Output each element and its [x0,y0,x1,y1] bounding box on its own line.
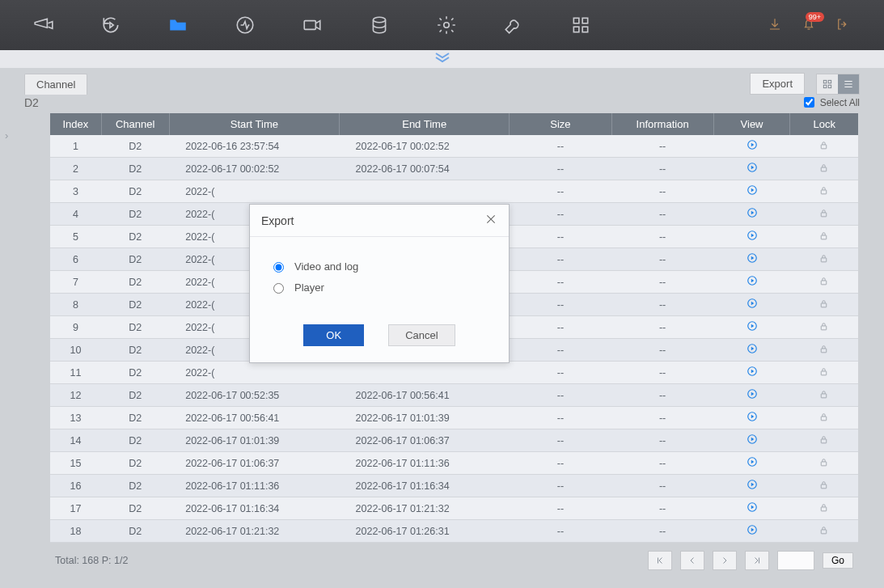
total-label: Total: 168 P: 1/2 [55,555,128,566]
play-icon[interactable] [747,252,758,266]
lock-icon[interactable] [818,391,829,402]
play-icon[interactable] [747,184,758,198]
col-end-time: End Time [340,113,510,135]
play-icon[interactable] [747,207,758,221]
close-icon[interactable] [484,213,497,228]
table-row[interactable]: 18D22022-06-17 01:21:322022-06-17 01:26:… [50,520,858,543]
view-toggle [816,74,860,95]
dialog-title: Export [261,214,294,227]
svg-rect-47 [822,529,827,533]
svg-rect-19 [822,212,827,216]
lock-icon[interactable] [818,323,829,334]
main-toolbar: 99+ [0,0,884,50]
lock-icon[interactable] [818,481,829,493]
svg-rect-27 [822,302,827,307]
play-icon[interactable] [747,230,758,243]
export-option-video-log[interactable]: Video and log [269,260,489,273]
play-icon[interactable] [747,434,758,447]
play-icon[interactable] [747,366,758,379]
export-option-player[interactable]: Player [269,281,489,294]
cancel-button[interactable]: Cancel [388,324,455,346]
grid-view-icon[interactable] [817,74,838,94]
lock-icon[interactable] [818,504,829,515]
table-row[interactable]: 2D22022-06-17 00:02:522022-06-17 00:07:5… [50,158,858,180]
channel-name-label: D2 [24,96,39,109]
play-icon[interactable] [747,388,758,402]
svg-rect-4 [573,18,579,23]
svg-rect-17 [822,189,827,193]
play-icon[interactable] [747,456,758,470]
lock-icon[interactable] [818,436,829,447]
last-page-button[interactable] [745,551,769,570]
table-row[interactable]: 3D22022-(---- [50,180,858,203]
list-view-icon[interactable] [838,74,859,94]
lock-icon[interactable] [818,209,829,221]
database-icon[interactable] [368,14,391,36]
table-row[interactable]: 13D22022-06-17 00:56:412022-06-17 01:01:… [50,407,858,429]
play-icon[interactable] [747,139,758,153]
lock-icon[interactable] [818,459,829,470]
play-icon[interactable] [747,162,758,176]
table-row[interactable]: 16D22022-06-17 01:11:362022-06-17 01:16:… [50,475,858,497]
lock-icon[interactable] [818,300,829,311]
sidebar-expand-handle[interactable]: › [5,129,15,149]
next-page-button[interactable] [713,551,737,570]
table-row[interactable]: 11D22022-(---- [50,362,858,384]
play-icon[interactable] [747,298,758,311]
lock-icon[interactable] [818,527,829,538]
lock-icon[interactable] [818,255,829,266]
health-icon[interactable] [234,14,256,36]
table-row[interactable]: 12D22022-06-17 00:52:352022-06-17 00:56:… [50,384,858,407]
select-all-checkbox[interactable]: Select All [801,95,860,110]
play-icon[interactable] [747,501,758,515]
table-footer: Total: 168 P: 1/2 Go [50,548,858,573]
playback-icon[interactable] [99,14,122,36]
table-row[interactable]: 17D22022-06-17 01:16:342022-06-17 01:21:… [50,497,858,520]
play-icon[interactable] [747,343,758,357]
prev-page-button[interactable] [680,551,704,570]
first-page-button[interactable] [648,551,672,570]
play-icon[interactable] [747,275,758,289]
svg-rect-41 [822,461,827,465]
svg-rect-43 [822,484,827,488]
alarm-bell-icon[interactable]: 99+ [802,17,818,33]
svg-rect-11 [828,85,831,88]
expand-chevron[interactable] [0,50,884,68]
lock-icon[interactable] [818,164,829,176]
download-icon[interactable] [768,17,784,33]
export-button[interactable]: Export [750,73,805,95]
folder-icon[interactable] [167,14,189,36]
camera-icon[interactable] [32,14,55,36]
settings-gear-icon[interactable] [435,14,458,36]
svg-rect-13 [822,144,827,148]
play-icon[interactable] [747,479,758,493]
record-icon[interactable] [301,14,324,36]
play-icon[interactable] [747,320,758,334]
lock-icon[interactable] [818,368,829,379]
apps-grid-icon[interactable] [569,14,592,36]
svg-rect-23 [822,257,827,261]
lock-icon[interactable] [818,277,829,289]
svg-rect-15 [822,167,827,171]
lock-icon[interactable] [818,232,829,243]
table-row[interactable]: 15D22022-06-17 01:06:372022-06-17 01:11:… [50,452,858,475]
go-button[interactable]: Go [823,552,853,569]
lock-icon[interactable] [818,345,829,357]
table-row[interactable]: 14D22022-06-17 01:01:392022-06-17 01:06:… [50,429,858,452]
ok-button[interactable]: OK [303,324,364,346]
channel-tab[interactable]: Channel [24,74,87,95]
page-input[interactable] [777,551,814,570]
play-icon[interactable] [747,411,758,425]
svg-rect-33 [822,370,827,374]
svg-rect-21 [822,235,827,239]
play-icon[interactable] [747,524,758,538]
logout-icon[interactable] [835,17,852,33]
table-row[interactable]: 1D22022-06-16 23:57:542022-06-17 00:02:5… [50,135,858,158]
svg-rect-7 [582,27,588,32]
svg-rect-37 [822,416,827,420]
maintenance-wrench-icon[interactable] [502,14,525,36]
lock-icon[interactable] [818,413,829,425]
lock-icon[interactable] [818,187,829,198]
svg-point-2 [373,17,385,23]
lock-icon[interactable] [818,142,829,153]
